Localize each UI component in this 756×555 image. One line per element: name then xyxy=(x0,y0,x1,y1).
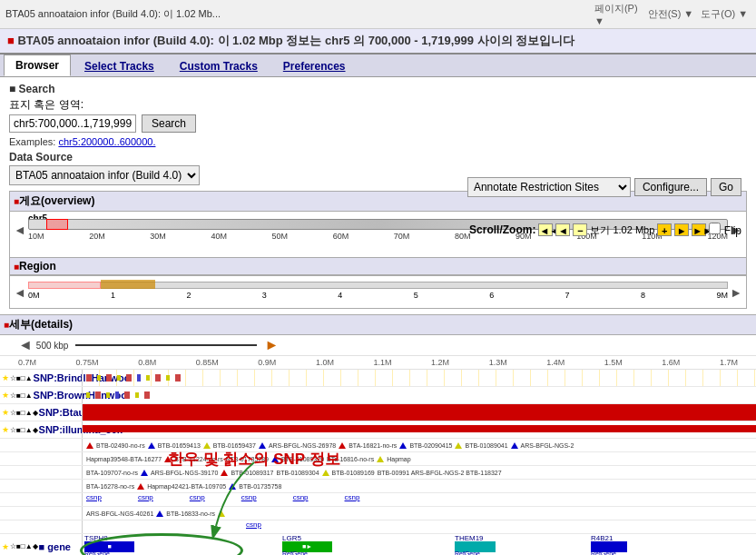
hap-label8[interactable]: ARS-BFGL-NGS-2 xyxy=(521,442,574,449)
csnp6[interactable]: csnp xyxy=(345,493,360,501)
track-ars-row: ARS-BFGL-NGS-40261 BTB-16833-no-rs xyxy=(0,507,756,520)
tab-preferences[interactable]: Preferences xyxy=(271,55,358,76)
snp-markers-brindlehanwoo xyxy=(83,370,756,386)
ars-label2[interactable]: BTB-16833-no-rs xyxy=(166,510,215,517)
hap-label19[interactable]: BTB-01089169 xyxy=(332,470,375,476)
details-header: 세부(details) xyxy=(0,314,756,335)
hap-label5[interactable]: BTA-16821-no-rs xyxy=(349,442,397,449)
track-hapmap3: BTA-109707-no-rs ARS-BFGL-NGS-39170 BTB-… xyxy=(0,466,756,480)
nav-safety[interactable]: 안전(S) ▼ xyxy=(648,7,698,21)
hap-tri16 xyxy=(229,483,236,490)
track-canvas-csnp: csnp csnp csnp csnp csnp csnp xyxy=(82,493,756,506)
hap-label14[interactable]: Hapmap xyxy=(387,456,410,462)
hap-tri15 xyxy=(137,483,144,490)
gene-label-lgr5: ■► xyxy=(302,543,312,550)
configure-button[interactable]: Configure... xyxy=(634,178,707,196)
search-label: ■ Search xyxy=(9,83,747,95)
track-canvas-hapmap1: BTB-02490-no-rs BTB-01659413 BTB-0165943… xyxy=(82,439,756,451)
track-hapmap2: Hapmap39548-BTA-16277 BTB-11224-no-rs BT… xyxy=(0,452,756,466)
hap-label2[interactable]: BTB-01659413 xyxy=(158,442,201,449)
nav-page[interactable]: 페이지(P) ▼ xyxy=(594,2,644,26)
track-canvas-hapmap3: BTA-109707-no-rs ARS-BFGL-NGS-39170 BTB-… xyxy=(82,466,756,479)
tab-browser[interactable]: Browser xyxy=(4,55,71,76)
track-controls-csnp xyxy=(0,499,82,500)
hapmap-markers3: BTA-109707-no-rs ARS-BFGL-NGS-39170 BTB-… xyxy=(83,466,756,479)
hap-tri6 xyxy=(399,442,407,449)
tab-select-tracks[interactable]: Select Tracks xyxy=(73,55,166,76)
track-icons3: ☆■□▲◆ xyxy=(10,409,38,417)
hap-label23[interactable]: BTB-01735758 xyxy=(239,483,281,490)
gene-name-r4b21: R4B21 xyxy=(591,534,613,542)
csnp3[interactable]: csnp xyxy=(190,493,205,501)
track-name-gene[interactable]: ■ gene xyxy=(39,541,71,552)
snp-bh5 xyxy=(124,391,130,399)
track-csnp2: csnp xyxy=(0,520,756,534)
nav-tools[interactable]: 도구(O) ▼ xyxy=(701,7,751,21)
hap-label21[interactable]: BTA-16278-no-rs xyxy=(86,483,134,490)
hap-label10[interactable]: BTB-11224-no-rs xyxy=(174,456,223,462)
csnp4[interactable]: csnp xyxy=(241,493,257,501)
track-icons2: ☆■□▲ xyxy=(10,391,33,400)
hap-label6[interactable]: BTB-02090415 xyxy=(409,442,452,449)
zoom-left[interactable]: ◄ xyxy=(555,223,570,236)
search-button[interactable]: Search xyxy=(142,114,196,133)
details-section: 세부(details) ◄ 500 kbp ► 0.7M0.75M0.8M0.8… xyxy=(0,314,756,555)
scroll-zoom-label: Scroll/Zoom: xyxy=(469,223,535,236)
zoom-right[interactable]: ► xyxy=(674,223,689,236)
track-controls-illumina: ★ ☆■□▲◆ SNP:illumina_50k xyxy=(0,423,82,436)
zoom-leftmost[interactable]: ◄◄ xyxy=(538,223,553,236)
annotate-row: Annotate Restriction Sites Configure... … xyxy=(467,177,741,197)
flip-checkbox[interactable] xyxy=(709,223,721,234)
hap-label18[interactable]: BTB-01089304 xyxy=(276,470,319,476)
csnp2[interactable]: csnp xyxy=(138,493,153,501)
track-canvas-hapmap2: Hapmap39548-BTA-16277 BTB-11224-no-rs BT… xyxy=(82,452,756,465)
details-arrow-left[interactable]: ◄ xyxy=(18,337,33,353)
hap-label20[interactable]: BTB-00991 ARS-BFGL-NGS-2 BTB-118327 xyxy=(378,470,502,476)
examples-link[interactable]: chr5:200000..600000. xyxy=(58,136,155,147)
csnp-lone[interactable]: csnp xyxy=(246,520,261,529)
zoom-minus[interactable]: − xyxy=(573,223,587,236)
hap-label15[interactable]: BTA-109707-no-rs xyxy=(86,470,138,476)
hapmap-markers1: BTB-02490-no-rs BTB-01659413 BTB-0165943… xyxy=(83,439,756,451)
track-controls-brownhanwoo: ★ ☆■□▲ SNP:BrownHanwoo xyxy=(0,389,82,401)
details-arrow-right[interactable]: ► xyxy=(264,337,279,353)
ars-label1[interactable]: ARS-BFGL-NGS-40261 xyxy=(86,510,153,517)
csnp5[interactable]: csnp xyxy=(293,493,309,501)
zoom-rightmost[interactable]: ►► xyxy=(692,223,706,236)
overview-arrow-left[interactable]: ◄ xyxy=(14,223,26,237)
region-arrow-right[interactable]: ► xyxy=(730,285,742,300)
snp-bh7 xyxy=(144,391,150,399)
region-ticks: 0M1234 56789M xyxy=(28,291,728,300)
snp-m8 xyxy=(155,374,161,382)
hap-label7[interactable]: BTB-01089041 xyxy=(465,442,507,449)
hapmap-markers2: Hapmap39548-BTA-16277 BTB-11224-no-rs BT… xyxy=(83,452,756,465)
hap-label12[interactable]: BTB-01089320 xyxy=(281,456,324,462)
hap-label9[interactable]: Hapmap39548-BTA-16277 xyxy=(86,456,162,462)
hap-label13[interactable]: BTa-16816-no-rs xyxy=(327,456,374,462)
search-input[interactable] xyxy=(9,114,136,133)
region-highlight xyxy=(28,282,101,289)
hap-label11[interactable]: BTB-01735789 xyxy=(226,456,269,462)
datasource-select[interactable]: BTA05 annoataion infor (Build 4.0) xyxy=(9,165,200,185)
hap-label22[interactable]: Hapmap42421-BTA-109705 xyxy=(147,483,226,490)
tab-custom-tracks[interactable]: Custom Tracks xyxy=(168,55,270,76)
hap-tri1 xyxy=(86,442,93,449)
annotate-select[interactable]: Annotate Restriction Sites xyxy=(467,177,631,197)
track-hapmap1: BTB-02490-no-rs BTB-01659413 BTB-0165943… xyxy=(0,439,756,452)
gene-name-them19: THEM19 xyxy=(455,534,484,542)
hap-label3[interactable]: BTB-01659437 xyxy=(213,442,256,449)
hap-label1[interactable]: BTB-02490-no-rs xyxy=(96,442,145,449)
page-header: BTA05 annoataion infor (Build 4.0): 이 1.… xyxy=(0,29,756,55)
hap-label16[interactable]: ARS-BFGL-NGS-39170 xyxy=(151,470,218,476)
go-button[interactable]: Go xyxy=(711,178,741,196)
track-hapmap4: BTA-16278-no-rs Hapmap42421-BTA-109705 B… xyxy=(0,480,756,493)
region-arrow-left[interactable]: ◄ xyxy=(14,285,26,300)
hap-label17[interactable]: BTB-01089317 xyxy=(231,470,273,476)
csnp1[interactable]: csnp xyxy=(86,493,102,501)
hap-label4[interactable]: ARS-BFGL-NGS-26978 xyxy=(269,442,336,449)
scale-bar xyxy=(75,344,257,346)
chr-highlight xyxy=(46,219,68,230)
hap-tri4 xyxy=(259,442,266,449)
snp-bh6 xyxy=(135,392,139,398)
zoom-plus[interactable]: + xyxy=(657,223,672,236)
